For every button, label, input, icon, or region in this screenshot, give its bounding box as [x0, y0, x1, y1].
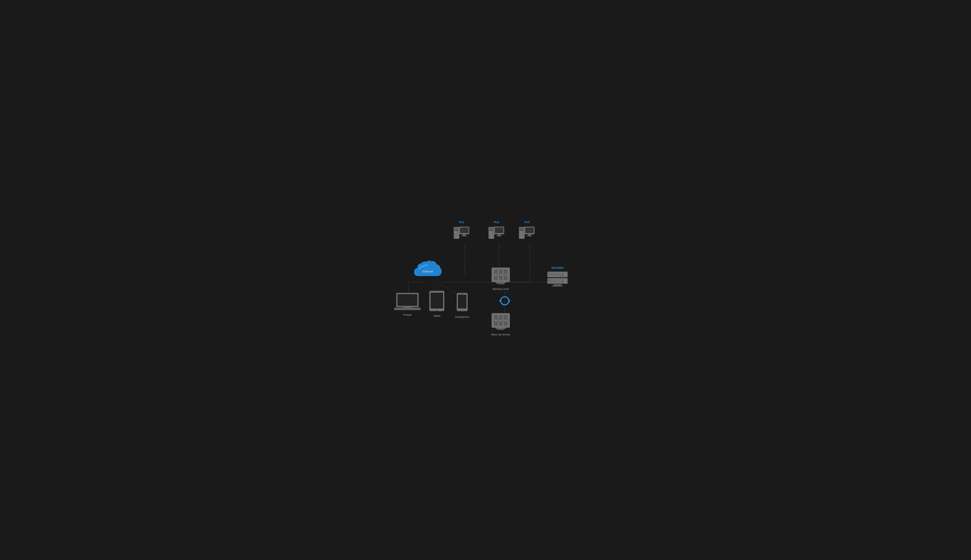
svg-rect-91 [460, 293, 464, 294]
svg-point-42 [500, 274, 501, 276]
svg-rect-79 [496, 328, 506, 329]
pc1-node: Pc1 [453, 220, 471, 243]
tablet-label: Tablet [433, 314, 441, 317]
backup-remoto-node: Back Up remoto [490, 312, 512, 336]
svg-rect-22 [490, 232, 491, 232]
servidor-label: Servidor [552, 266, 564, 269]
pc1-label: Pc1 [459, 220, 465, 224]
svg-rect-80 [497, 329, 504, 330]
internet-cloud-icon: Internet [412, 259, 443, 283]
svg-rect-82 [398, 294, 417, 306]
svg-point-76 [495, 320, 496, 321]
svg-rect-86 [431, 293, 443, 308]
portatil-label: Portatil [403, 313, 411, 317]
tablet-icon [428, 290, 446, 313]
svg-rect-69 [552, 285, 563, 287]
backup-remoto-label: Back Up remoto [491, 333, 510, 336]
svg-point-15 [456, 237, 457, 238]
svg-rect-35 [527, 235, 532, 236]
backup-local-label: BackUp Local [493, 287, 509, 290]
svg-point-78 [505, 320, 506, 321]
svg-rect-44 [496, 282, 506, 283]
svg-marker-70 [509, 299, 510, 302]
sync-node [499, 295, 511, 307]
svg-rect-13 [455, 228, 458, 231]
network-diagram: Pc1 Pc2 Pc3 [388, 219, 583, 341]
internet-node: Internet [412, 259, 443, 283]
svg-rect-33 [525, 227, 534, 233]
pc2-icon [488, 225, 506, 243]
pc2-label: Pc2 [494, 220, 500, 224]
svg-rect-25 [495, 227, 503, 233]
sync-icon [499, 295, 511, 307]
smartphone-node: Smartphone [455, 292, 470, 318]
pc1-icon [453, 225, 471, 243]
svg-text:Internet: Internet [422, 270, 433, 273]
svg-rect-19 [461, 235, 467, 236]
svg-rect-30 [520, 232, 521, 232]
svg-point-87 [436, 310, 438, 311]
pc3-icon [518, 225, 536, 243]
svg-point-67 [564, 280, 565, 282]
servidor-icon [547, 270, 569, 289]
svg-point-56 [564, 273, 565, 275]
svg-rect-84 [403, 307, 411, 308]
svg-point-31 [521, 237, 522, 238]
pc2-node: Pc2 [488, 220, 506, 243]
svg-rect-29 [520, 228, 524, 231]
svg-rect-18 [463, 234, 466, 235]
pc3-label: Pc3 [525, 220, 530, 224]
svg-rect-14 [455, 232, 456, 232]
pc3-node: Pc3 [518, 220, 536, 243]
svg-point-41 [495, 274, 496, 276]
svg-rect-45 [497, 283, 504, 284]
smartphone-icon [455, 292, 469, 314]
svg-point-43 [505, 274, 506, 276]
svg-rect-27 [496, 235, 502, 236]
svg-rect-17 [460, 227, 468, 233]
backup-local-icon [490, 266, 512, 286]
svg-point-77 [500, 320, 501, 321]
svg-rect-26 [498, 234, 500, 235]
tablet-node: Tablet [428, 290, 446, 317]
backup-local-node: BackUp Local [490, 266, 512, 290]
svg-rect-83 [394, 308, 421, 310]
svg-marker-71 [499, 299, 501, 302]
svg-rect-21 [490, 228, 493, 231]
svg-point-23 [491, 237, 492, 238]
smartphone-label: Smartphone [455, 315, 470, 318]
servidor-node: Servidor [547, 266, 569, 289]
svg-rect-89 [458, 295, 466, 308]
portatil-icon [394, 292, 421, 312]
svg-point-90 [461, 310, 463, 312]
backup-remoto-icon [490, 312, 512, 332]
svg-rect-34 [528, 234, 531, 235]
portatil-node: Portatil [394, 292, 421, 317]
svg-rect-68 [553, 284, 562, 285]
